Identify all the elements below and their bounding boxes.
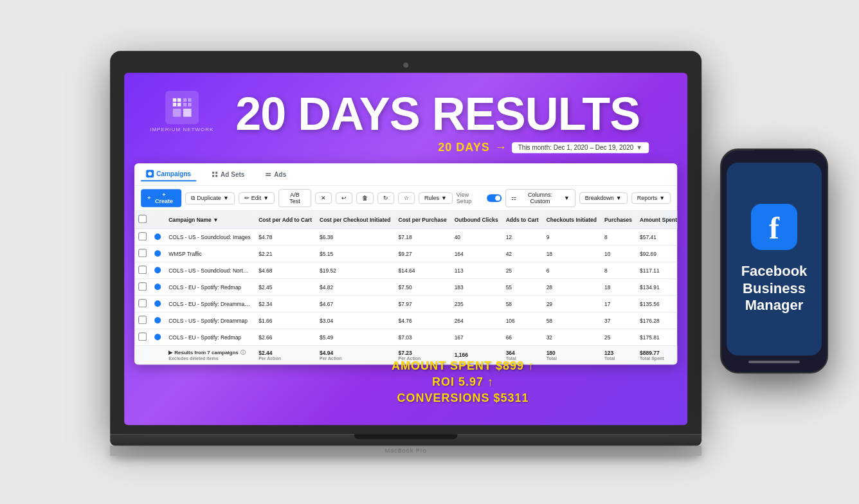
row-cost-checkout: $5.15 — [316, 246, 395, 262]
breakdown-dropdown-icon: ▼ — [616, 195, 622, 201]
screen-header: IMPERIUM NETWORK 20 DAYS RESULTS 20 DAYS… — [124, 73, 687, 161]
edit-button[interactable]: ✏ Edit ▼ — [239, 192, 275, 204]
row-checkbox-input[interactable] — [138, 249, 147, 257]
icon-btn-1[interactable]: ✕ — [315, 192, 332, 204]
row-status — [150, 246, 165, 262]
laptop-screen: IMPERIUM NETWORK 20 DAYS RESULTS 20 DAYS… — [124, 73, 687, 425]
create-button[interactable]: + + Create — [141, 189, 181, 207]
row-campaign-name[interactable]: COLS - EU - Spotify: Redmap — [165, 329, 255, 346]
view-toggle[interactable] — [487, 194, 502, 202]
ab-test-label: A/B Test — [284, 192, 305, 204]
status-dot — [154, 250, 161, 256]
row-adds: 25 — [502, 262, 543, 279]
reports-button[interactable]: Reports ▼ — [631, 192, 671, 204]
tab-ads[interactable]: Ads — [260, 168, 291, 181]
row-outbound: 264 — [451, 312, 502, 329]
days-row: 20 DAYS → This month: Dec 1, 2020 – Dec … — [226, 141, 649, 154]
row-outbound: 113 — [451, 262, 502, 279]
row-checkbox-input[interactable] — [138, 332, 147, 341]
info-icon: ⓘ — [240, 349, 246, 356]
row-checkbox — [134, 329, 150, 346]
totals-status — [150, 346, 165, 364]
toolbar-right: View Setup ⚏ Columns: Custom ▼ Breakdown… — [457, 189, 671, 207]
row-checkbox-input[interactable] — [138, 299, 147, 307]
row-adds: 106 — [502, 312, 543, 329]
view-setup: View Setup — [457, 192, 502, 204]
tab-adsets[interactable]: Ad Sets — [206, 168, 249, 181]
svg-rect-10 — [215, 172, 217, 174]
icon-btn-5[interactable]: ☆ — [398, 192, 415, 204]
title-area: 20 DAYS RESULTS 20 DAYS → This month: De… — [213, 91, 662, 154]
status-dot — [154, 233, 161, 240]
row-campaign-name[interactable]: COLS - US - Soundcloud: NorthOrange — [165, 262, 255, 279]
arrow-right-icon: → — [495, 141, 507, 154]
row-campaign-name[interactable]: COLS - EU - Spotify: Redmap — [165, 279, 255, 296]
svg-rect-14 — [266, 175, 271, 176]
th-checkbox — [134, 211, 150, 229]
th-adds: Adds to Cart — [502, 211, 543, 229]
row-outbound: 235 — [451, 296, 502, 312]
duplicate-button[interactable]: ⧉ Duplicate ▼ — [185, 192, 234, 204]
row-cost-checkout: $4.67 — [316, 296, 395, 312]
totals-label-text: Results from 7 campaigns — [174, 350, 239, 356]
status-dot — [154, 317, 161, 323]
row-campaign-name[interactable]: COLS - US - Soundcloud: Images — [165, 229, 255, 246]
duplicate-icon: ⧉ — [191, 195, 195, 202]
phone-body: f Facebook Business Manager — [720, 148, 828, 374]
fb-logo-letter: f — [769, 213, 779, 244]
fb-tab-bar: Campaigns Ad Sets — [134, 163, 677, 186]
phone-screen: f Facebook Business Manager — [727, 163, 822, 356]
select-all-checkbox[interactable] — [138, 215, 147, 223]
columns-label: Columns: Custom — [518, 192, 562, 204]
row-campaign-name[interactable]: COLS - EU - Spotify: Dreammap - @Prec0ne… — [165, 296, 255, 312]
icon-btn-4[interactable]: ↻ — [377, 192, 394, 204]
row-cost-add: $2.66 — [255, 329, 316, 346]
row-checkouts: 18 — [543, 246, 601, 262]
edit-dropdown-icon: ▼ — [263, 195, 269, 201]
row-purchases: 17 — [601, 296, 636, 312]
row-adds: 42 — [502, 246, 543, 262]
row-checkbox — [134, 279, 150, 296]
totals-expand-icon[interactable]: ▶ — [168, 350, 172, 356]
th-cost-purchase: Cost per Purchase — [395, 211, 451, 229]
breakdown-button[interactable]: Breakdown ▼ — [579, 192, 628, 204]
tab-campaigns-label: Campaigns — [156, 170, 191, 177]
reports-label: Reports — [637, 195, 658, 201]
fb-logo-container: f — [751, 204, 797, 250]
rules-button[interactable]: Rules ▼ — [419, 192, 453, 204]
row-status — [150, 262, 165, 279]
row-purchases: 18 — [601, 279, 636, 296]
row-adds: 55 — [502, 279, 543, 296]
row-checkbox-input[interactable] — [138, 282, 147, 291]
columns-button[interactable]: ⚏ Columns: Custom ▼ — [505, 189, 575, 207]
totals-amount: $889.77 Total Spent — [636, 346, 677, 364]
row-status — [150, 229, 165, 246]
totals-cost-add: $2.44 Per Action — [255, 346, 316, 364]
row-checkbox — [134, 229, 150, 246]
row-checkbox — [134, 312, 150, 329]
roi-stat: ROI 5.97 ↑ — [392, 374, 534, 390]
view-setup-label: View Setup — [457, 192, 484, 204]
days-label: 20 DAYS — [438, 141, 489, 154]
amount-spent-stat: AMOUNT SPENT $899 ↑ — [392, 358, 534, 374]
row-outbound: 183 — [451, 279, 502, 296]
row-checkbox-input[interactable] — [138, 266, 147, 274]
row-checkouts: 32 — [543, 329, 601, 346]
row-campaign-name[interactable]: WMSP Traffic — [165, 246, 255, 262]
tab-campaigns[interactable]: Campaigns — [141, 167, 196, 181]
arrow-up-icon-2: ↑ — [487, 375, 494, 388]
date-dropdown-icon[interactable]: ▼ — [636, 144, 642, 151]
row-checkbox-input[interactable] — [138, 232, 147, 240]
icon-btn-3[interactable]: 🗑 — [356, 192, 374, 204]
ab-test-button[interactable]: A/B Test — [278, 189, 311, 207]
row-campaign-name[interactable]: COLS - US - Spotify: Dreammap — [165, 312, 255, 329]
brand-name-label: IMPERIUM NETWORK — [150, 127, 213, 132]
row-outbound: 40 — [451, 229, 502, 246]
row-cost-purchase: $4.76 — [395, 312, 451, 329]
totals-cost-checkout: $4.94 Per Action — [316, 346, 395, 364]
row-cost-purchase: $14.64 — [395, 262, 451, 279]
table-row: COLS - US - Soundcloud: NorthOrange $4.6… — [134, 262, 677, 279]
icon-btn-2[interactable]: ↩ — [336, 192, 352, 204]
laptop-brand-label: MacBook Pro — [110, 446, 701, 456]
row-checkbox-input[interactable] — [138, 316, 147, 324]
